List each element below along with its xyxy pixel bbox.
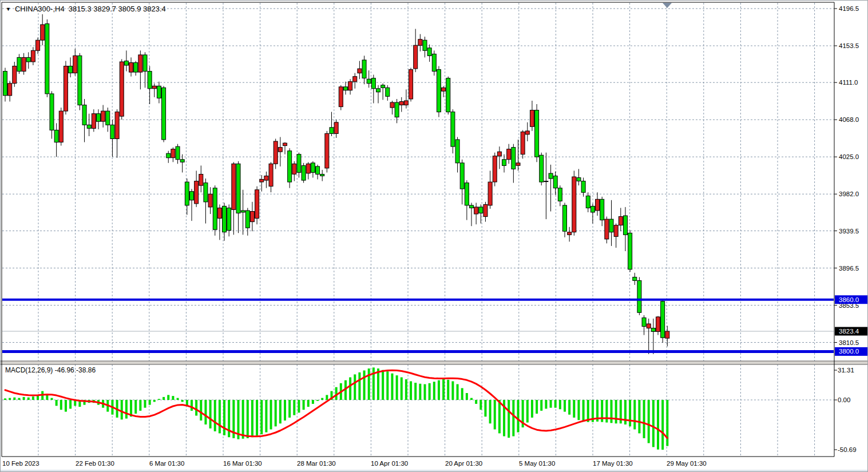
macd-bar xyxy=(643,400,645,438)
candle xyxy=(110,125,114,138)
candle xyxy=(619,217,623,225)
macd-bar xyxy=(573,400,575,418)
candle xyxy=(180,160,184,162)
candle xyxy=(217,208,221,218)
candle xyxy=(404,101,408,105)
candle xyxy=(516,163,520,166)
candle xyxy=(13,66,17,84)
symbol-dropdown-icon[interactable]: ▼ xyxy=(6,6,11,12)
symbol-label: CHINA300-,H4 xyxy=(15,5,65,13)
time-axis-label: 5 May 01:30 xyxy=(519,460,555,467)
candle xyxy=(138,55,142,72)
candle xyxy=(423,40,427,50)
candle xyxy=(190,192,194,200)
candle xyxy=(101,111,105,121)
bid-price-badge-text: 3823.4 xyxy=(839,328,859,335)
candle xyxy=(31,50,35,62)
macd-axis-label: 0.00 xyxy=(838,396,850,403)
macd-bar xyxy=(401,378,403,400)
candle xyxy=(479,207,483,213)
macd-bar xyxy=(652,400,655,447)
macd-bar xyxy=(536,400,538,414)
candle xyxy=(386,88,390,96)
candle xyxy=(316,166,320,174)
candle xyxy=(204,183,208,202)
candle xyxy=(143,55,147,72)
candle xyxy=(623,216,627,235)
candle xyxy=(250,212,254,222)
candle xyxy=(414,45,418,69)
macd-bar xyxy=(284,400,286,421)
macd-bar xyxy=(540,400,542,411)
macd-bar xyxy=(419,384,421,400)
macd-bar xyxy=(312,400,314,404)
candle xyxy=(381,85,385,88)
candle xyxy=(418,39,422,46)
candle xyxy=(120,62,124,116)
candle xyxy=(474,207,478,214)
candle xyxy=(134,63,138,73)
candle xyxy=(73,55,77,73)
macd-bar xyxy=(200,400,202,421)
candle xyxy=(488,182,492,205)
macd-bar xyxy=(18,398,20,400)
candle xyxy=(292,164,296,174)
candle xyxy=(306,164,310,173)
candle xyxy=(371,78,375,89)
price-axis-label: 3982.0 xyxy=(839,191,859,197)
time-axis-label: 10 Apr 01:30 xyxy=(371,460,408,467)
macd-bar xyxy=(153,400,156,402)
macd-bar xyxy=(484,400,486,417)
candle xyxy=(483,204,487,216)
candle xyxy=(264,176,268,181)
price-axis-label: 3939.5 xyxy=(839,228,859,235)
macd-bar xyxy=(391,374,393,400)
candle xyxy=(586,196,590,208)
macd-bar xyxy=(223,400,225,435)
candle xyxy=(512,148,516,169)
macd-bar xyxy=(605,400,608,423)
candle xyxy=(45,24,49,94)
macd-bar xyxy=(638,400,640,433)
macd-bar xyxy=(438,380,440,400)
candle xyxy=(348,82,352,90)
candle xyxy=(572,177,576,232)
candle xyxy=(362,60,366,78)
candle xyxy=(162,88,166,140)
macd-bar xyxy=(260,400,263,434)
macd-bar xyxy=(316,400,319,401)
candle xyxy=(171,149,175,158)
macd-bar xyxy=(293,400,295,415)
macd-bar xyxy=(470,398,473,400)
macd-bar xyxy=(554,400,557,408)
candle xyxy=(540,155,544,182)
candle xyxy=(353,77,357,82)
macd-bar xyxy=(657,400,659,450)
panel-separator[interactable] xyxy=(1,361,868,364)
candle xyxy=(455,140,459,163)
candle xyxy=(22,57,26,71)
chart-canvas[interactable]: 4196.54153.54111.04068.04025.03982.03939… xyxy=(1,1,868,472)
macd-bar xyxy=(382,370,384,400)
candle xyxy=(563,205,567,231)
candle xyxy=(274,141,278,164)
candle xyxy=(553,176,557,188)
time-axis-label: 28 Mar 01:30 xyxy=(297,460,336,467)
macd-bar xyxy=(377,368,379,400)
macd-bar xyxy=(414,383,417,400)
candle xyxy=(609,219,613,232)
price-axis-label: 4025.0 xyxy=(839,153,859,160)
candle xyxy=(17,57,21,71)
candle xyxy=(614,225,618,237)
candle xyxy=(432,54,436,71)
macd-bar xyxy=(661,400,664,450)
candle xyxy=(50,94,54,130)
candle xyxy=(549,173,553,179)
chart-title: ▼CHINA300-,H4 3815.3 3829.7 3805.9 3823.… xyxy=(6,5,166,13)
macd-bar xyxy=(559,400,561,409)
macd-bar xyxy=(251,400,253,437)
candle xyxy=(427,48,431,56)
candle xyxy=(152,86,156,89)
macd-bar xyxy=(568,400,570,415)
macd-bar xyxy=(386,371,389,400)
